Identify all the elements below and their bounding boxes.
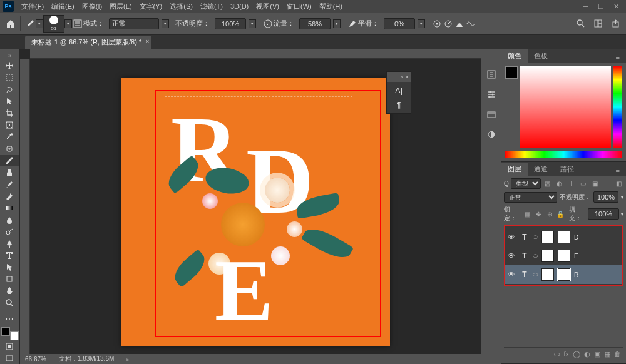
- lock-position-icon[interactable]: ✥: [534, 209, 543, 219]
- layer-blend-select[interactable]: 正常: [504, 192, 557, 203]
- flow-dropdown[interactable]: ▾: [333, 19, 341, 28]
- layer-row-e[interactable]: 👁 T ⬭ E: [505, 246, 622, 265]
- ruler-horizontal[interactable]: [30, 49, 481, 59]
- pen-tool[interactable]: [0, 238, 19, 250]
- color-spectrum-slider[interactable]: [505, 151, 622, 158]
- smooth-settings-icon[interactable]: [431, 18, 443, 29]
- canvas-viewport[interactable]: R D: [30, 59, 481, 354]
- filter-type-icon[interactable]: T: [567, 179, 577, 189]
- visibility-toggle[interactable]: 👁: [508, 251, 516, 260]
- smooth-input[interactable]: [384, 18, 415, 29]
- layer-filter-select[interactable]: 类型: [511, 178, 541, 189]
- document-tab[interactable]: 未标题-1 @ 66.7% (R, 图层蒙版/8) * ×: [25, 36, 151, 49]
- properties-panel-icon[interactable]: [485, 88, 498, 101]
- link-icon[interactable]: ⬭: [533, 252, 538, 260]
- layer-thumbnail[interactable]: [541, 268, 554, 281]
- menu-type[interactable]: 文字(Y): [136, 1, 167, 13]
- filter-shape-icon[interactable]: ▭: [578, 179, 588, 189]
- layer-name[interactable]: R: [574, 271, 578, 278]
- zoom-tool[interactable]: [0, 297, 19, 309]
- eraser-tool[interactable]: [0, 190, 19, 202]
- angle-icon[interactable]: [443, 18, 454, 29]
- menu-window[interactable]: 窗口(W): [283, 1, 316, 13]
- adjustments-panel-icon[interactable]: [485, 128, 498, 141]
- brush-tool[interactable]: [0, 155, 19, 167]
- marquee-tool[interactable]: [0, 72, 19, 84]
- quick-select-tool[interactable]: [0, 96, 19, 108]
- frame-tool[interactable]: [0, 119, 19, 131]
- tab-close-icon[interactable]: ×: [146, 38, 149, 44]
- gradient-tool[interactable]: [0, 202, 19, 214]
- layer-row-d[interactable]: 👁 T ⬭ D: [505, 228, 622, 246]
- shape-tool[interactable]: [0, 273, 19, 285]
- layer-thumbnail[interactable]: [541, 231, 554, 243]
- blur-tool[interactable]: [0, 214, 19, 226]
- filter-adjust-icon[interactable]: ◐: [555, 179, 565, 189]
- status-chevron-icon[interactable]: ▸: [126, 356, 130, 363]
- layer-mask-thumbnail[interactable]: [558, 231, 570, 243]
- layer-name[interactable]: D: [574, 234, 578, 241]
- hand-tool[interactable]: [0, 285, 19, 297]
- tab-swatches[interactable]: 色板: [528, 49, 554, 63]
- opacity-input[interactable]: [215, 18, 246, 29]
- menu-view[interactable]: 视图(V): [252, 1, 283, 13]
- layer-row-r[interactable]: 👁 T ⬭ R: [505, 265, 622, 284]
- lock-pixels-icon[interactable]: ▦: [523, 209, 532, 219]
- healing-tool[interactable]: [0, 143, 19, 155]
- move-tool[interactable]: [0, 60, 19, 72]
- history-brush-tool[interactable]: [0, 178, 19, 190]
- menu-help[interactable]: 帮助(H): [316, 1, 346, 13]
- lock-artboard-icon[interactable]: ⊕: [545, 209, 555, 219]
- airbrush-icon[interactable]: [347, 18, 358, 29]
- visibility-toggle[interactable]: 👁: [508, 233, 516, 241]
- layer-mask-icon[interactable]: ◯: [573, 350, 580, 358]
- workspace-icon[interactable]: [592, 18, 603, 29]
- menu-filter[interactable]: 滤镜(T): [197, 1, 227, 13]
- layer-mask-thumbnail[interactable]: [558, 268, 570, 281]
- group-icon[interactable]: ▣: [594, 350, 600, 358]
- layers-menu-icon[interactable]: ≡: [610, 164, 626, 176]
- smooth-dropdown[interactable]: ▾: [418, 19, 425, 28]
- menu-3d[interactable]: 3D(D): [227, 1, 252, 11]
- layer-fx-icon[interactable]: fx: [563, 350, 569, 358]
- share-icon[interactable]: [610, 18, 621, 29]
- panel-menu-icon[interactable]: ≡: [610, 51, 626, 63]
- edit-toolbar[interactable]: ⋯: [0, 313, 19, 325]
- tab-channels[interactable]: 通道: [528, 163, 554, 176]
- menu-file[interactable]: 文件(F): [18, 1, 48, 13]
- opacity-dropdown[interactable]: ▾: [249, 19, 256, 28]
- libraries-panel-icon[interactable]: [485, 108, 498, 121]
- lock-all-icon[interactable]: 🔒: [556, 209, 565, 219]
- menu-image[interactable]: 图像(I): [78, 1, 106, 13]
- tab-color[interactable]: 颜色: [501, 49, 528, 63]
- color-swatches[interactable]: [1, 327, 19, 340]
- blend-mode-select[interactable]: [109, 18, 159, 29]
- menu-layer[interactable]: 图层(L): [106, 1, 135, 13]
- flow-input[interactable]: [299, 18, 331, 29]
- history-panel-icon[interactable]: [485, 68, 498, 81]
- brush-preset-dropdown[interactable]: ▾: [36, 19, 43, 28]
- layer-fill-input[interactable]: [588, 208, 619, 220]
- adjustment-layer-icon[interactable]: ◐: [584, 350, 590, 358]
- quick-mask-icon[interactable]: [0, 340, 19, 352]
- filter-toggle[interactable]: ◧: [613, 179, 623, 189]
- artboard[interactable]: R D: [121, 78, 390, 346]
- menu-edit[interactable]: 编辑(E): [48, 1, 78, 13]
- menu-select[interactable]: 选择(S): [166, 1, 197, 13]
- filter-smart-icon[interactable]: ▣: [590, 179, 600, 189]
- visibility-toggle[interactable]: 👁: [508, 270, 516, 279]
- new-layer-icon[interactable]: ▦: [604, 350, 610, 358]
- type-tool[interactable]: [0, 250, 19, 261]
- panel-collapse-icon[interactable]: «: [401, 74, 404, 80]
- window-maximize[interactable]: ☐: [593, 1, 608, 12]
- home-icon[interactable]: [5, 18, 16, 29]
- stamp-tool[interactable]: [0, 166, 19, 178]
- window-close[interactable]: ✕: [608, 1, 623, 12]
- blend-mode-dropdown[interactable]: ▾: [162, 19, 169, 28]
- panel-close-icon[interactable]: ×: [406, 74, 409, 80]
- eyedropper-tool[interactable]: [0, 131, 19, 143]
- window-minimize[interactable]: ─: [578, 1, 593, 12]
- hue-slider[interactable]: [613, 66, 622, 148]
- screen-mode-icon[interactable]: [0, 352, 19, 364]
- ruler-vertical[interactable]: [20, 59, 30, 364]
